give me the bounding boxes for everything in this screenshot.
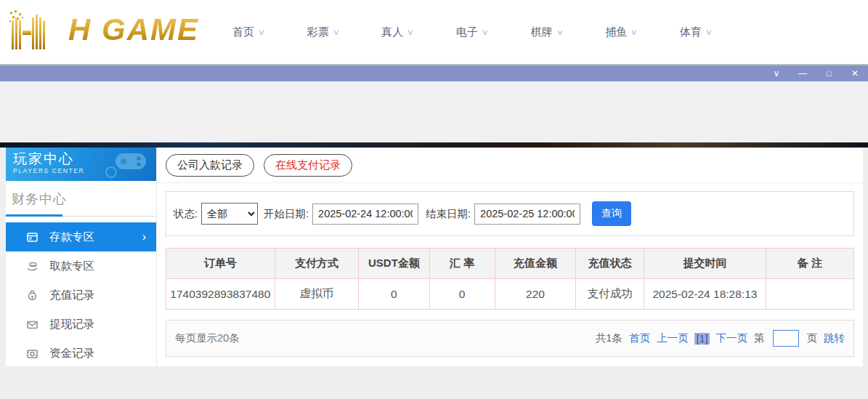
deposit-card-icon <box>26 231 38 243</box>
jump-prefix-label: 第 <box>754 331 765 345</box>
chevron-down-icon: ∨ <box>482 28 489 37</box>
cell-remark <box>766 279 853 310</box>
nav-item-sports[interactable]: 体育 ∨ <box>680 25 712 39</box>
jump-suffix-label: 页 <box>807 331 818 345</box>
nav-label: 体育 <box>680 25 702 39</box>
col-remark: 备 注 <box>766 249 853 279</box>
footer-area <box>0 366 868 399</box>
nav-label: 电子 <box>456 25 478 39</box>
nav-label: 真人 <box>381 25 403 39</box>
start-date-input[interactable] <box>312 203 418 225</box>
status-select[interactable]: 全部 <box>201 203 258 225</box>
sidebar-item-withdrawal-records[interactable]: 提现记录 <box>6 310 156 339</box>
pager: 共1条 首页 上一页 [1] 下一页 第 页 跳转 <box>596 330 845 347</box>
nav-label: 捕鱼 <box>605 25 627 39</box>
page-jump-input[interactable] <box>773 330 799 347</box>
cell-pay-method: 虚拟币 <box>275 279 359 310</box>
chevron-down-icon: ∨ <box>407 28 414 37</box>
cell-usdt-amount: 0 <box>359 279 430 310</box>
next-page-link[interactable]: 下一页 <box>716 331 748 345</box>
section-underline <box>6 214 156 217</box>
sidebar-item-label: 提现记录 <box>49 317 94 332</box>
sidebar-header: 玩家中心 PLAYERS CENTER <box>6 148 156 181</box>
cell-exchange-rate: 0 <box>429 279 495 310</box>
sidebar-item-label: 取款专区 <box>49 259 94 274</box>
end-date-input[interactable] <box>474 203 580 225</box>
col-submit-time: 提交时间 <box>644 249 766 279</box>
search-button[interactable]: 查询 <box>592 201 631 226</box>
col-recharge-status: 充值状态 <box>576 249 644 279</box>
cell-order-id: 1740392893837480 <box>166 279 275 310</box>
wallet-icon <box>26 347 38 360</box>
chevron-down-icon: ∨ <box>705 28 713 37</box>
filter-bar: 状态: 全部 开始日期: 结束日期: 查询 <box>166 191 854 236</box>
main-panel: 公司入款记录 在线支付记录 状态: 全部 开始日期: 结束日期: 查询 <box>157 148 863 366</box>
top-header: H GAME 首页 ∨ 彩票 ∨ 真人 ∨ 电子 ∨ 棋牌 ∨ <box>0 0 868 64</box>
nav-label: 彩票 <box>307 25 329 39</box>
collapse-icon[interactable]: ∨ <box>771 65 782 81</box>
nav-item-live[interactable]: 真人 ∨ <box>381 25 413 39</box>
nav-item-chess[interactable]: 棋牌 ∨ <box>531 25 563 39</box>
page: H GAME 首页 ∨ 彩票 ∨ 真人 ∨ 电子 ∨ 棋牌 ∨ <box>0 0 868 399</box>
content: 玩家中心 PLAYERS CENTER 财务中心 <box>6 148 863 366</box>
banner-area <box>0 81 868 142</box>
chevron-right-icon: › <box>142 230 146 243</box>
tabs-row: 公司入款记录 在线支付记录 <box>157 148 863 183</box>
tab-online-payment-records[interactable]: 在线支付记录 <box>264 154 352 177</box>
right-gutter <box>863 148 868 366</box>
jump-button[interactable]: 跳转 <box>824 331 845 345</box>
col-exchange-rate: 汇 率 <box>429 249 495 279</box>
cell-submit-time: 2025-02-24 18:28:13 <box>644 279 766 310</box>
sidebar-item-label: 充值记录 <box>49 288 94 303</box>
hand-coins-icon <box>26 260 38 273</box>
minimize-icon[interactable]: — <box>797 65 808 81</box>
banner-bottom-strip <box>0 142 868 148</box>
chevron-down-icon: ∨ <box>258 28 265 37</box>
records-table: 订单号 支付方式 USDT金额 汇 率 充值金额 充值状态 提交时间 备 注 1… <box>166 248 854 310</box>
sidebar-item-withdraw-zone[interactable]: 取款专区 <box>6 251 156 281</box>
logo-text: H GAME <box>68 12 199 47</box>
sidebar: 玩家中心 PLAYERS CENTER 财务中心 <box>6 148 157 366</box>
envelope-money-icon <box>26 318 38 331</box>
col-pay-method: 支付方式 <box>275 249 359 279</box>
close-icon[interactable]: ✕ <box>849 65 861 81</box>
sidebar-item-label: 存款专区 <box>49 230 94 245</box>
sidebar-item-funds-records[interactable]: 资金记录 <box>6 339 156 368</box>
chevron-down-icon: ∨ <box>332 28 339 37</box>
per-page-label: 每页显示20条 <box>175 331 240 345</box>
nav-label: 棋牌 <box>531 25 553 39</box>
col-recharge-amount: 充值金额 <box>495 249 576 279</box>
first-page-link[interactable]: 首页 <box>629 331 650 345</box>
brand-logo[interactable]: H GAME <box>6 9 199 51</box>
nav-item-slots[interactable]: 电子 ∨ <box>456 25 488 39</box>
tab-company-deposit-records[interactable]: 公司入款记录 <box>166 154 254 177</box>
table-header-row: 订单号 支付方式 USDT金额 汇 率 充值金额 充值状态 提交时间 备 注 <box>166 249 854 279</box>
cell-recharge-status: 支付成功 <box>576 279 644 310</box>
pagination-bar: 每页显示20条 共1条 首页 上一页 [1] 下一页 第 页 跳转 <box>166 320 854 357</box>
window-title-bar: ∨ — □ ✕ <box>0 65 868 81</box>
sidebar-item-label: 资金记录 <box>49 346 94 361</box>
gamepad-icon <box>104 150 150 180</box>
status-label: 状态: <box>174 207 198 221</box>
table-row: 1740392893837480 虚拟币 0 0 220 支付成功 2025-0… <box>166 279 854 310</box>
start-date-label: 开始日期: <box>264 207 309 221</box>
prev-page-link[interactable]: 上一页 <box>657 331 689 345</box>
end-date-label: 结束日期: <box>426 207 471 221</box>
nav-label: 首页 <box>232 25 254 39</box>
nav-item-fishing[interactable]: 捕鱼 ∨ <box>605 25 637 39</box>
maximize-icon[interactable]: □ <box>823 65 835 81</box>
logo-bars-icon <box>6 9 73 51</box>
cell-recharge-amount: 220 <box>495 279 576 310</box>
sidebar-menu: 存款专区 › 取款专区 充值记录 <box>6 222 156 368</box>
current-page: [1] <box>694 333 709 344</box>
money-bag-icon <box>26 289 38 302</box>
chevron-down-icon: ∨ <box>556 28 563 37</box>
nav-item-home[interactable]: 首页 ∨ <box>232 25 264 39</box>
sidebar-item-deposit-zone[interactable]: 存款专区 › <box>6 222 156 251</box>
col-order-id: 订单号 <box>166 249 275 279</box>
sidebar-item-recharge-records[interactable]: 充值记录 <box>6 281 156 310</box>
total-count: 共1条 <box>596 331 622 345</box>
sidebar-section-label: 财务中心 <box>6 181 156 214</box>
main-nav: 首页 ∨ 彩票 ∨ 真人 ∨ 电子 ∨ 棋牌 ∨ 捕鱼 ∨ <box>232 0 712 64</box>
nav-item-lottery[interactable]: 彩票 ∨ <box>307 25 339 39</box>
